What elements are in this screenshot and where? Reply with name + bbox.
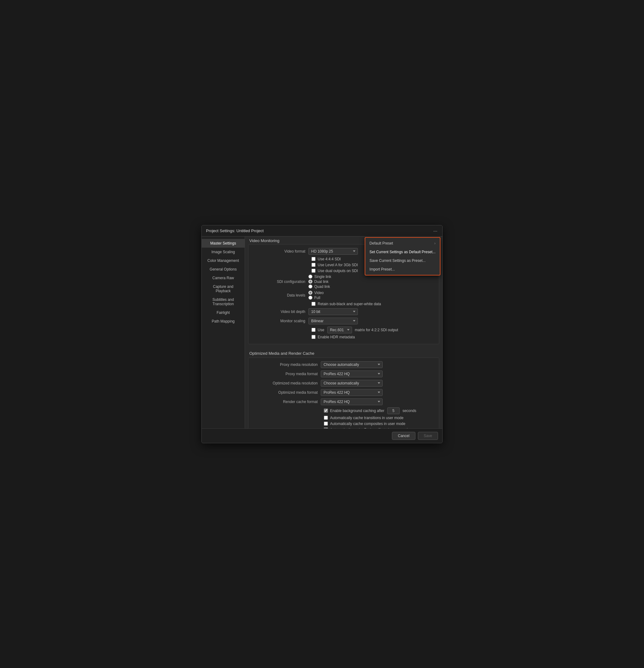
- sidebar-label-subtitles: Subtitles and Transcription: [213, 298, 234, 306]
- menu-button[interactable]: ···: [431, 228, 439, 234]
- data-levels-radio-group: Video Full: [309, 291, 324, 300]
- retain-subblack-checkbox[interactable]: [312, 302, 315, 306]
- sidebar-label-image-scaling: Image Scaling: [211, 250, 235, 254]
- use-matrix-label: Use Rec.601 matrix for 4:2:2 SDI output: [318, 327, 398, 333]
- optimized-media-format-label: Optimized media format: [253, 390, 321, 395]
- data-levels-full-label: Full: [314, 295, 320, 300]
- import-preset-label: Import Preset...: [370, 267, 395, 272]
- dialog-title: Project Settings: Untitled Project: [206, 228, 264, 233]
- sidebar-item-fairlight[interactable]: Fairlight: [202, 308, 245, 317]
- video-bit-depth-label: Video bit depth: [253, 309, 309, 314]
- sidebar-label-master-settings: Master Settings: [210, 241, 236, 245]
- proxy-media-resolution-select[interactable]: Choose automatically: [321, 361, 383, 368]
- sdi-dual-radio[interactable]: [309, 279, 312, 284]
- data-levels-video-row: Video: [309, 291, 324, 295]
- sidebar-item-general-options[interactable]: General Options: [202, 265, 245, 274]
- matrix-value-select[interactable]: Rec.601: [327, 327, 352, 333]
- proxy-media-format-row: Proxy media format ProRes 422 HQ: [253, 370, 435, 378]
- enable-bg-caching-checkbox[interactable]: [324, 409, 328, 413]
- auto-cache-transitions-checkbox[interactable]: [324, 416, 328, 420]
- monitor-scaling-label: Monitor scaling: [253, 319, 309, 323]
- sdi-single-radio[interactable]: [309, 275, 312, 278]
- sidebar-label-fairlight: Fairlight: [217, 310, 230, 315]
- data-levels-video-label: Video: [314, 291, 324, 295]
- render-cache-format-label: Render cache format: [253, 400, 321, 404]
- auto-cache-fusion-label: Automatically cache Fusion effects in us…: [330, 427, 410, 428]
- footer: Cancel Save: [202, 428, 442, 443]
- title-bar: Project Settings: Untitled Project ··· D…: [202, 225, 442, 237]
- video-bit-depth-select[interactable]: 10 bit: [309, 308, 358, 315]
- data-levels-row: Data levels Video Full: [253, 291, 435, 300]
- enable-hdr-label: Enable HDR metadata: [318, 335, 355, 339]
- retain-subblack-label: Retain sub-black and super-white data: [318, 302, 381, 306]
- context-menu-item-default-preset[interactable]: Default Preset ›: [365, 239, 440, 248]
- use-dual-outputs-checkbox[interactable]: [312, 269, 315, 273]
- context-menu-item-set-current[interactable]: Set Current Settings as Default Preset..…: [365, 248, 440, 256]
- use-matrix-row: Use Rec.601 matrix for 4:2:2 SDI output: [312, 327, 435, 333]
- enable-bg-caching-label: Enable background caching after seconds: [330, 407, 417, 414]
- enable-bg-caching-row: Enable background caching after seconds: [324, 407, 435, 414]
- sdi-quad-link-row: Quad link: [309, 285, 331, 289]
- sidebar-item-camera-raw[interactable]: Camera Raw: [202, 274, 245, 282]
- sidebar-item-capture-playback[interactable]: Capture and Playback: [202, 282, 245, 295]
- use-level-a-checkbox[interactable]: [312, 263, 315, 267]
- use-matrix-checkbox[interactable]: [312, 328, 315, 332]
- data-levels-video-radio[interactable]: [309, 291, 312, 295]
- sidebar-item-image-scaling[interactable]: Image Scaling: [202, 248, 245, 256]
- optimized-media-resolution-select[interactable]: Choose automatically: [321, 380, 383, 386]
- sdi-quad-radio[interactable]: [309, 285, 312, 288]
- proxy-media-format-select[interactable]: ProRes 422 HQ: [321, 370, 383, 377]
- bg-caching-seconds-input[interactable]: [387, 407, 399, 414]
- auto-cache-transitions-row: Automatically cache transitions in user …: [324, 416, 435, 420]
- sdi-dual-link-row: Dual link: [309, 279, 331, 284]
- proxy-media-resolution-label: Proxy media resolution: [253, 363, 321, 367]
- chevron-right-icon: ›: [434, 241, 436, 245]
- context-menu-item-save-current[interactable]: Save Current Settings as Preset...: [365, 256, 440, 265]
- use-matrix-suffix: matrix for 4:2:2 SDI output: [355, 328, 398, 332]
- retain-subblack-row: Retain sub-black and super-white data: [312, 302, 435, 306]
- use-444-checkbox[interactable]: [312, 257, 315, 261]
- sdi-single-label: Single link: [314, 275, 331, 279]
- optimized-media-header: Optimized Media and Render Cache: [245, 348, 442, 358]
- optimized-media-resolution-label: Optimized media resolution: [253, 381, 321, 385]
- sidebar-item-color-management[interactable]: Color Management: [202, 256, 245, 265]
- set-current-label: Set Current Settings as Default Preset..…: [370, 250, 436, 254]
- use-dual-outputs-label: Use dual outputs on SDI: [318, 269, 358, 273]
- sdi-config-row: SDI configuration Single link Dual link: [253, 275, 435, 289]
- auto-cache-fusion-row: Automatically cache Fusion effects in us…: [324, 427, 435, 428]
- optimized-media-section: Proxy media resolution Choose automatica…: [248, 358, 439, 428]
- optimized-media-resolution-row: Optimized media resolution Choose automa…: [253, 380, 435, 387]
- use-444-label: Use 4:4:4 SDI: [318, 257, 341, 261]
- sdi-dual-label: Dual link: [314, 279, 329, 284]
- video-format-select[interactable]: HD 1080p 25: [309, 248, 358, 255]
- use-matrix-use-text: Use: [318, 328, 324, 332]
- sidebar-item-path-mapping[interactable]: Path Mapping: [202, 317, 245, 325]
- data-levels-full-row: Full: [309, 295, 324, 300]
- auto-cache-composites-label: Automatically cache composites in user m…: [330, 422, 405, 426]
- context-menu-item-import-preset[interactable]: Import Preset...: [365, 265, 440, 274]
- default-preset-label: Default Preset: [370, 241, 393, 245]
- sidebar-label-capture-playback: Capture and Playback: [213, 285, 233, 293]
- auto-cache-composites-row: Automatically cache composites in user m…: [324, 422, 435, 426]
- optimized-media-format-row: Optimized media format ProRes 422 HQ: [253, 389, 435, 396]
- auto-cache-composites-checkbox[interactable]: [324, 422, 328, 426]
- render-cache-format-row: Render cache format ProRes 422 HQ: [253, 398, 435, 406]
- cancel-button[interactable]: Cancel: [392, 432, 415, 440]
- data-levels-full-radio[interactable]: [309, 295, 312, 300]
- sidebar-label-path-mapping: Path Mapping: [211, 319, 234, 323]
- sdi-radio-group: Single link Dual link Quad link: [309, 275, 331, 289]
- sidebar-item-master-settings[interactable]: Master Settings: [202, 239, 245, 248]
- enable-hdr-checkbox[interactable]: [312, 335, 315, 339]
- auto-cache-fusion-checkbox[interactable]: [324, 427, 328, 428]
- use-level-a-label: Use Level A for 3Gb SDI: [318, 263, 358, 267]
- monitor-scaling-select[interactable]: Bilinear: [309, 318, 358, 324]
- sidebar-label-color-management: Color Management: [207, 258, 239, 263]
- bg-caching-prefix: Enable background caching after: [330, 409, 384, 413]
- optimized-media-format-select[interactable]: ProRes 422 HQ: [321, 389, 383, 396]
- render-cache-format-select[interactable]: ProRes 422 HQ: [321, 398, 383, 405]
- save-button[interactable]: Save: [418, 432, 438, 440]
- bg-caching-suffix: seconds: [403, 409, 417, 413]
- monitor-scaling-row: Monitor scaling Bilinear: [253, 317, 435, 325]
- sdi-single-link-row: Single link: [309, 275, 331, 279]
- sidebar-item-subtitles[interactable]: Subtitles and Transcription: [202, 295, 245, 308]
